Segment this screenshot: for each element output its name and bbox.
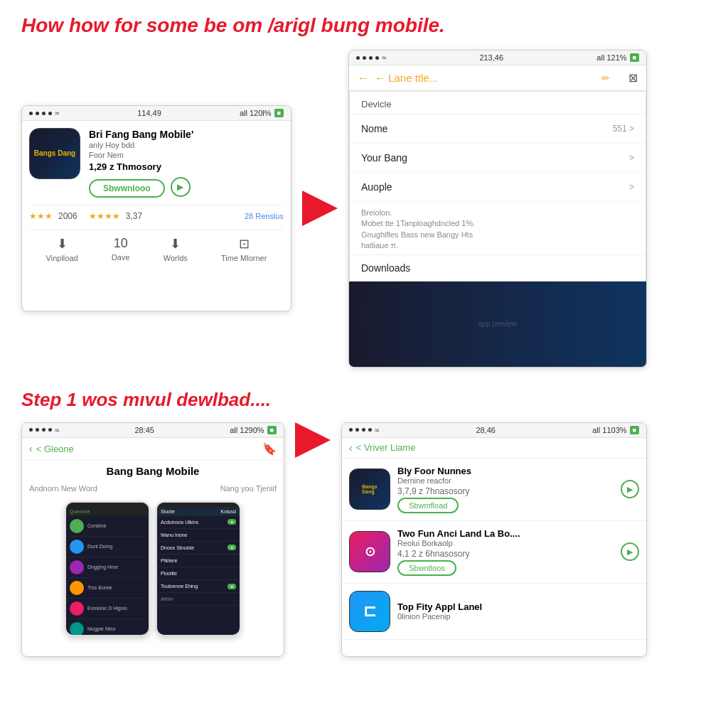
rating-section: ★★★ 2006 ★★★★ 3,37 28 Renslus (29, 205, 284, 223)
main-heading: How how for some be om /arigl bung mobil… (21, 14, 707, 37)
download-btn-2[interactable]: Sbwntloos (397, 560, 456, 576)
status-bar-top-right: ≈ 213,46 all 121% ■ (349, 50, 646, 65)
app-list-item-3: ⊏ Top Fity Appl Lanel 0linion Pacenip (342, 584, 646, 640)
app-actions-1: ▶ (616, 480, 639, 498)
app-info: Bri Fang Bang Mobile' anly Hoy bdd Foor … (89, 128, 284, 198)
back-icon-br[interactable]: ‹ (349, 442, 353, 454)
status-right-bl: all 1290% ■ (230, 426, 277, 434)
downloads-menu-item[interactable]: Downloads (350, 255, 646, 281)
status-right-tl: all 120l% ■ (240, 109, 284, 117)
edit-icon[interactable]: ✏ (601, 73, 610, 84)
download-btn-1[interactable]: Sbwmfload (397, 498, 459, 513)
top-left-phone: ≈ 114,49 all 120l% ■ Bangs Dang Bri Fang… (21, 105, 291, 311)
app-desc-3: 0linion Pacenip (397, 612, 639, 621)
back-arrow-icon[interactable]: ← (358, 72, 369, 85)
arrow-top (291, 191, 348, 226)
wifi-icon-bl: ≈ (55, 426, 59, 434)
stat-vinplload: ⬇ Vinplload (46, 236, 78, 262)
mini-badge-3: ● (228, 584, 236, 589)
number-icon: 10 (114, 236, 128, 251)
battery-bl: ■ (267, 426, 277, 434)
stat-time: ⊡ Time Mlorner (221, 236, 267, 262)
menu-item-nome[interactable]: Nome 551 > (350, 114, 646, 144)
step-heading: Step 1 wos mıvul dewlbad.... (21, 389, 707, 411)
mini-list-2-1: Acduinsos Ulkins ● (157, 516, 240, 529)
bottom-right-phone: ≈ 28,46 all 1103% ■ ‹ < Vriver Liame Ban… (341, 422, 647, 657)
app-icon-1: BangsDang (349, 469, 390, 510)
mini-list-2-3: Dnoos Stnulsle ● (157, 542, 240, 555)
mini-text-3: Dngging Hme (87, 564, 118, 570)
mini-label-1: Queonce (70, 509, 90, 514)
app-store-title-bl: Bang Bang Mobile (22, 461, 284, 481)
status-bar-top-left: ≈ 114,49 all 120l% ■ (22, 106, 291, 121)
app-icon: Bangs Dang (29, 128, 80, 179)
app-rating-2: 4,1 2 z 6hnasosory (397, 549, 609, 559)
app-price: 1,29 z Thmosory (89, 161, 284, 172)
nav-bar-bl: ‹ < Gleone 🔖 (22, 438, 284, 461)
mini-text-5: Eoniione D Hlgnis (87, 605, 127, 611)
menu-title: ← Lane ttle... (375, 72, 596, 84)
rating-value: 3,37 (126, 211, 142, 221)
app-actions-2: ▶ (616, 542, 639, 561)
app-desc-1: Dernine reacfor (397, 476, 609, 485)
menu-item-auople[interactable]: Auople > (350, 173, 646, 202)
wifi-icon-tr: ≈ (382, 53, 386, 62)
bookmark-icon[interactable]: 🔖 (262, 442, 277, 456)
status-left: ≈ (29, 109, 59, 117)
play-btn-2[interactable]: ▶ (621, 542, 639, 561)
close-icon[interactable]: ⊠ (628, 71, 638, 85)
app-list-item-1: BangsDang Bly Foor Nunnes Dernine reacfo… (342, 459, 646, 521)
mini-avatar-4 (70, 581, 84, 595)
dot-tr4 (375, 56, 379, 60)
mini-text-2: Dunt Doing (87, 543, 112, 550)
signal-br: all 1103% (592, 426, 626, 434)
status-time-br: 28,46 (476, 426, 496, 434)
menu-item-yourbang[interactable]: Your Bang > (350, 144, 646, 173)
dot-tr1 (356, 56, 360, 60)
app-name-3: Top Fity Appl Lanel (397, 601, 639, 612)
stars2: ★★★★ (89, 211, 120, 221)
dot-br4 (368, 428, 372, 432)
phone-previews: Queonce Condme Dunt Doing Dngging Hme (22, 496, 284, 642)
status-time-tr: 213,46 (479, 53, 503, 62)
red-arrow-icon-2 (295, 422, 331, 458)
app-name: Bri Fang Bang Mobile' (89, 128, 284, 141)
dot-tr2 (363, 56, 366, 60)
nav-title-br: < Vriver Liame (356, 442, 416, 453)
app-list-info-3: Top Fity Appl Lanel 0linion Pacenip (397, 601, 639, 621)
mini-text-6: Mugpie Nlno (87, 626, 115, 632)
dot4 (48, 112, 52, 115)
play-btn-1[interactable]: ▶ (621, 480, 639, 498)
dot-tr3 (369, 56, 373, 60)
mini-list-2-5: Ploollte (157, 567, 240, 580)
back-icon-bl[interactable]: ‹ (29, 443, 33, 454)
download-icon: ⬇ (57, 236, 68, 252)
status-left-br: ≈ (349, 426, 379, 434)
app-list-item-2: ⊙ Two Fun Anci Land La Bo.... Reolui Bor… (342, 521, 646, 584)
app-icon-2: ⊙ (349, 531, 390, 572)
play-button-tl[interactable]: ▶ (171, 177, 191, 197)
battery-tl: ■ (274, 109, 284, 117)
dot1 (29, 112, 33, 115)
top-right-phone: ≈ 213,46 all 121% ■ ← ← Lane ttle... ✏ ⊠… (348, 50, 647, 368)
mini-avatar-3 (70, 560, 84, 574)
menu-header: ← ← Lane ttle... ✏ ⊠ (349, 65, 646, 91)
reviews-link[interactable]: 28 Renslus (245, 212, 284, 220)
menu-section-title: Devicle (350, 92, 646, 114)
mini-list-6: Mugpie Nlno (66, 619, 149, 636)
mini-list-2-4: Ptkliere (157, 555, 240, 567)
dot2 (36, 112, 39, 115)
status-right-br: all 1103% ■ (592, 426, 639, 434)
dot-br2 (355, 428, 359, 432)
mini-phone-2: Sluote Kolusd Acduinsos Ulkins ● Wanu In… (156, 501, 241, 636)
dot-bl4 (48, 428, 52, 432)
mini-avatar-2 (70, 540, 84, 554)
bottom-left-phone: ≈ 28:45 all 1290% ■ ‹ < Gleone 🔖 Bang Ba… (21, 422, 284, 657)
status-time-bl: 28:45 (134, 426, 154, 434)
download-button-tl[interactable]: Sbwwnlooo (89, 179, 165, 198)
status-left-bl: ≈ (29, 426, 59, 434)
signal-tl: all 120l% (240, 109, 272, 117)
worlds-icon: ⬇ (170, 236, 181, 252)
app-name-2: Two Fun Anci Land La Bo.... (397, 528, 609, 539)
app-stats: ⬇ Vinplload 10 Dave ⬇ Worlds ⊡ Time Mlor… (29, 230, 284, 262)
